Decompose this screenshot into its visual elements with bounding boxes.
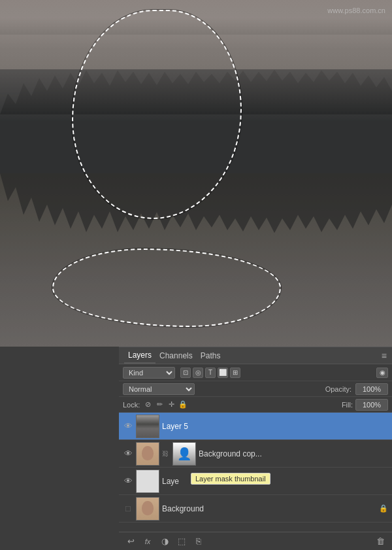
layer-row[interactable]: 👁 Laye Layer mask thumbnail [119, 468, 392, 495]
layer-visibility-icon[interactable]: 👁 [123, 421, 133, 432]
blend-mode-select[interactable]: Normal [123, 383, 195, 395]
layer-name: Layer 5 [162, 422, 388, 431]
layer-mask-thumbnail: 👤 [172, 442, 196, 466]
fill-input[interactable] [355, 399, 388, 411]
new-layer-button[interactable]: ⎘ [192, 535, 205, 548]
layer-row[interactable]: 👁 Layer 5 [119, 413, 392, 440]
opacity-input[interactable] [355, 383, 388, 395]
canvas[interactable]: www.ps88.com.cn [0, 0, 392, 347]
opacity-label: Opacity: [325, 385, 351, 393]
layer-thumbnail [136, 470, 159, 493]
adjustment-layer-button[interactable]: ◑ [158, 535, 171, 548]
layer-effects-button[interactable]: fx [141, 535, 154, 548]
layer-visibility-icon[interactable]: 👁 [123, 476, 133, 487]
lock-transparent-icon[interactable]: ⊘ [142, 400, 153, 410]
chain-icon: ⛓ [162, 450, 169, 457]
fill-label: Fill: [342, 401, 353, 409]
layer-thumbnail [136, 415, 159, 438]
layer-filter-select[interactable]: Kind [123, 367, 175, 379]
new-group-button[interactable]: ⬚ [175, 535, 188, 548]
layer-list: 👁 Layer 5 👁 ⛓ 👤 Background cop... [119, 413, 392, 523]
layers-panel: Layers Channels Paths ≡ Kind ⊡ ◎ T ⬜ ⊞ ◉… [119, 347, 392, 550]
layer-visibility-icon[interactable]: 👁 [123, 449, 133, 459]
layer-name: Background [162, 504, 376, 513]
filter-adjust-icon[interactable]: ◎ [193, 368, 203, 378]
filter-shape-icon[interactable]: ⬜ [218, 368, 228, 378]
filter-type-icon[interactable]: T [205, 368, 216, 378]
panel-menu-icon[interactable]: ≡ [382, 351, 387, 361]
layer-mask-tooltip: Layer mask thumbnail [191, 473, 270, 485]
filter-toggle[interactable]: ◉ [376, 368, 388, 378]
panel-header: Layers Channels Paths ≡ [119, 347, 392, 364]
filter-icons: ⊡ ◎ T ⬜ ⊞ [180, 368, 240, 378]
link-layers-button[interactable]: ↩ [124, 535, 137, 548]
layer-thumbnail [136, 442, 159, 466]
layer-thumbnail [136, 497, 159, 521]
lock-row: Lock: ⊘ ✏ ✛ 🔒 Fill: [119, 397, 392, 413]
tab-paths[interactable]: Paths [197, 347, 225, 364]
filter-smart-icon[interactable]: ⊞ [230, 368, 240, 378]
delete-layer-button[interactable]: 🗑 [374, 535, 387, 548]
lock-all-icon[interactable]: 🔒 [178, 400, 188, 410]
layer-visibility-icon[interactable]: □ [123, 504, 133, 514]
lock-badge: 🔒 [379, 504, 388, 513]
filter-pixel-icon[interactable]: ⊡ [180, 368, 191, 378]
watermark: www.ps88.com.cn [327, 7, 385, 14]
filter-row: Kind ⊡ ◎ T ⬜ ⊞ ◉ [119, 364, 392, 381]
layer-row[interactable]: □ Background 🔒 [119, 495, 392, 523]
lock-label: Lock: [123, 401, 140, 409]
layer-name: Background cop... [199, 449, 388, 458]
blend-row: Normal Opacity: [119, 381, 392, 397]
lock-image-icon[interactable]: ✏ [154, 400, 165, 410]
lock-icons: ⊘ ✏ ✛ 🔒 [142, 400, 188, 410]
layer-row[interactable]: 👁 ⛓ 👤 Background cop... [119, 440, 392, 468]
panels-area: Layers Channels Paths ≡ Kind ⊡ ◎ T ⬜ ⊞ ◉… [0, 347, 392, 550]
tab-layers[interactable]: Layers [124, 347, 155, 364]
layer-toolbar: ↩ fx ◑ ⬚ ⎘ 🗑 [119, 532, 392, 550]
tab-channels[interactable]: Channels [155, 347, 197, 364]
lock-position-icon[interactable]: ✛ [166, 400, 176, 410]
